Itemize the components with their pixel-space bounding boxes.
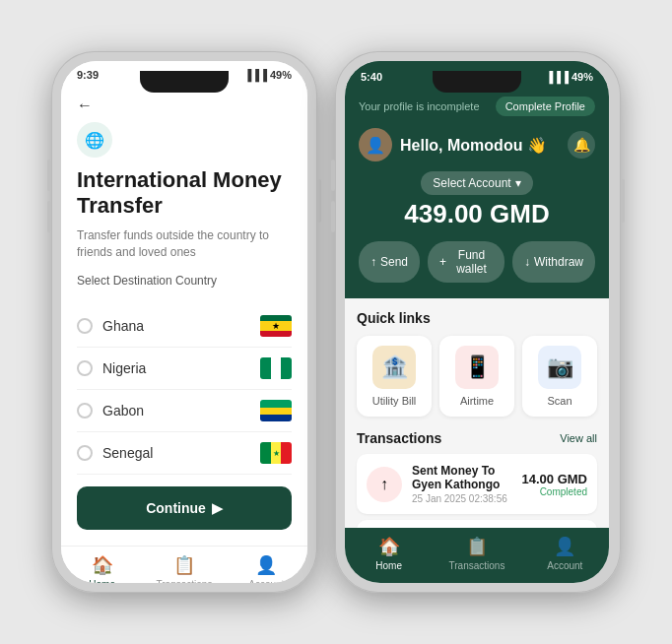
right-nav-home[interactable]: 🏠 Home: [345, 536, 433, 571]
transactions-icon: 📋: [173, 554, 195, 576]
quick-link-scan[interactable]: 📷 Scan: [522, 336, 597, 417]
right-transactions-label: Transactions: [449, 560, 505, 571]
scan-label: Scan: [547, 395, 571, 407]
tx-right-1: 14.00 GMD Completed: [522, 472, 587, 497]
country-name-nigeria: Nigeria: [102, 360, 260, 376]
user-row: 👤 Hello, Momodou 👋 🔔: [359, 128, 595, 161]
right-battery-icon: 49%: [571, 71, 593, 83]
globe-icon: 🌐: [77, 122, 112, 158]
left-screen: 9:39 ▐▐▐ 49% ← 🌐 International Money Tra…: [61, 61, 307, 583]
right-nav-account[interactable]: 👤 Account: [521, 536, 609, 571]
nav-account-left[interactable]: 👤 Account: [226, 554, 307, 583]
airtime-label: Airtime: [460, 395, 494, 407]
country-item-senegal[interactable]: Senegal ★: [77, 432, 292, 475]
right-header: 5:40 ▐▐▐ 49% Your profile is incomplete …: [345, 61, 609, 298]
withdraw-button[interactable]: ↓ Withdraw: [512, 241, 595, 283]
right-nav-transactions[interactable]: 📋 Transactions: [433, 536, 520, 571]
vol-down-button[interactable]: [47, 201, 51, 232]
right-power-button[interactable]: [621, 179, 625, 223]
view-all-link[interactable]: View all: [560, 432, 597, 444]
right-body: Quick links 🏦 Utility Bill 📱 Airtime 📷: [345, 298, 609, 528]
bell-icon[interactable]: 🔔: [568, 131, 595, 159]
country-item-nigeria[interactable]: Nigeria: [77, 348, 292, 390]
quick-links-title: Quick links: [357, 310, 597, 326]
nav-home-left[interactable]: 🏠 Home: [61, 554, 143, 583]
nav-transactions-label: Transactions: [157, 579, 213, 583]
right-vol-down-button[interactable]: [331, 201, 335, 232]
signal-icon: ▐▐▐: [244, 69, 267, 81]
right-phone: 5:40 ▐▐▐ 49% Your profile is incomplete …: [335, 51, 621, 593]
continue-arrow-icon: ▶: [212, 500, 223, 516]
incomplete-text: Your profile is incomplete: [359, 100, 480, 112]
right-notch: [433, 71, 521, 93]
nav-account-label: Account: [248, 579, 284, 583]
page-title: International Money Transfer: [77, 167, 292, 220]
status-icons-left: ▐▐▐ 49%: [244, 69, 292, 81]
tx-name-1: Sent Money To Gyen Kathongo: [412, 464, 512, 491]
battery-icon: 49%: [270, 69, 292, 81]
vol-up-button[interactable]: [47, 160, 51, 191]
radio-nigeria[interactable]: [77, 360, 93, 376]
nav-transactions-left[interactable]: 📋 Transactions: [143, 554, 225, 583]
fund-wallet-button[interactable]: + Fund wallet: [428, 241, 504, 283]
radio-senegal[interactable]: [77, 445, 93, 461]
transaction-item-1[interactable]: ↑ Sent Money To Gyen Kathongo 25 Jan 202…: [357, 454, 597, 514]
fund-label: Fund wallet: [450, 248, 493, 276]
right-account-label: Account: [547, 560, 582, 571]
fund-icon: +: [439, 255, 446, 269]
quick-link-utility[interactable]: 🏦 Utility Bill: [357, 336, 432, 417]
continue-label: Continue: [146, 500, 206, 516]
flag-nigeria: [260, 357, 292, 379]
quick-link-airtime[interactable]: 📱 Airtime: [439, 336, 514, 417]
back-button[interactable]: ←: [77, 97, 93, 114]
flag-ghana: ★: [260, 315, 292, 337]
send-icon: ↑: [370, 255, 376, 269]
continue-button[interactable]: Continue ▶: [77, 486, 292, 530]
right-account-icon: 👤: [554, 536, 575, 557]
right-vol-up-button[interactable]: [331, 160, 335, 191]
flag-senegal: ★: [260, 442, 292, 464]
right-bottom-nav: 🏠 Home 📋 Transactions 👤 Account: [345, 528, 609, 583]
right-home-icon: 🏠: [378, 536, 400, 557]
transactions-title: Transactions: [357, 430, 441, 446]
page-subtitle: Transfer funds outside the country to fr…: [77, 227, 292, 261]
tx-icon-1: ↑: [367, 467, 402, 502]
right-signal-icon: ▐▐▐: [546, 71, 569, 83]
country-list: Ghana ★ Nigeria: [61, 305, 307, 475]
send-button[interactable]: ↑ Send: [359, 241, 420, 283]
action-row: ↑ Send + Fund wallet ↓ Withdraw: [359, 241, 595, 283]
country-item-ghana[interactable]: Ghana ★: [77, 305, 292, 348]
utility-bill-label: Utility Bill: [372, 395, 417, 407]
nav-home-label: Home: [89, 579, 115, 583]
radio-gabon[interactable]: [77, 403, 93, 419]
airtime-icon: 📱: [455, 346, 499, 389]
tx-status-1: Completed: [522, 486, 587, 497]
hello-text: Hello, Momodou 👋: [400, 136, 547, 155]
transaction-item-2[interactable]: ↑ Sent Money To Gyen 25 Jan 2025 13563.0…: [357, 520, 597, 528]
select-account-button[interactable]: Select Account ▾: [421, 171, 532, 195]
right-screen: 5:40 ▐▐▐ 49% Your profile is incomplete …: [345, 61, 609, 583]
power-button[interactable]: [317, 179, 321, 223]
bottom-nav-left: 🏠 Home 📋 Transactions 👤 Account: [61, 546, 307, 583]
right-home-label: Home: [375, 560, 402, 571]
select-account-row: Select Account ▾: [359, 171, 595, 195]
complete-profile-button[interactable]: Complete Profile: [496, 97, 595, 116]
send-label: Send: [380, 255, 408, 269]
incomplete-bar: Your profile is incomplete Complete Prof…: [359, 97, 595, 116]
quick-links-row: 🏦 Utility Bill 📱 Airtime 📷 Scan: [357, 336, 597, 417]
avatar: 👤: [359, 128, 392, 161]
right-status-icons: ▐▐▐ 49%: [546, 71, 593, 83]
user-left: 👤 Hello, Momodou 👋: [359, 128, 547, 161]
country-item-gabon[interactable]: Gabon: [77, 390, 292, 432]
radio-ghana[interactable]: [77, 318, 93, 334]
utility-bill-icon: 🏦: [372, 346, 416, 389]
home-icon: 🏠: [92, 554, 113, 576]
status-time-left: 9:39: [77, 69, 99, 81]
left-phone: 9:39 ▐▐▐ 49% ← 🌐 International Money Tra…: [51, 51, 317, 593]
scan-icon: 📷: [538, 346, 581, 389]
account-icon: 👤: [255, 554, 277, 576]
right-transactions-icon: 📋: [466, 536, 488, 557]
left-header: ← 🌐 International Money Transfer Transfe…: [61, 85, 307, 305]
chevron-down-icon: ▾: [515, 176, 521, 190]
country-name-ghana: Ghana: [102, 318, 260, 334]
